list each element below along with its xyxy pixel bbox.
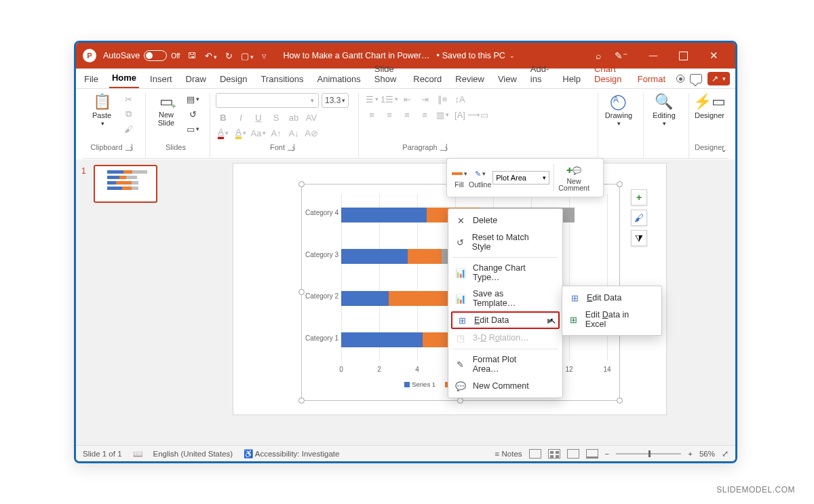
chart-filters-icon[interactable]: ⧩ (631, 230, 647, 246)
text-direction-icon[interactable]: ↕A (452, 93, 467, 105)
share-button[interactable]: ↗▾ (708, 72, 730, 85)
tab-slideshow[interactable]: Slide Show (372, 60, 403, 88)
menu-new-comment[interactable]: 💬New Comment (448, 377, 562, 395)
draw-mode-icon[interactable]: ✎⁻ (615, 50, 627, 61)
resize-handle[interactable] (617, 398, 623, 404)
line-spacing-icon[interactable]: ‖≡ (435, 93, 450, 105)
resize-handle[interactable] (457, 398, 463, 404)
accessibility-indicator[interactable]: ♿ Accessibility: Investigate (244, 449, 339, 459)
save-status[interactable]: •Saved to this PC⌄ (436, 51, 515, 60)
language-indicator[interactable]: English (United States) (153, 450, 233, 458)
spacing-icon[interactable]: AV (304, 111, 319, 123)
autosave-pill[interactable] (144, 50, 167, 61)
menu-format-plot-area[interactable]: ✎Format Plot Area… (448, 351, 562, 377)
tab-animations[interactable]: Animations (315, 71, 364, 88)
redo-icon[interactable]: ↻ (225, 51, 233, 61)
align-text-icon[interactable]: [A] (452, 109, 467, 121)
slide-indicator[interactable]: Slide 1 of 1 (83, 450, 122, 458)
tab-help[interactable]: Help (560, 71, 583, 88)
resize-handle[interactable] (298, 398, 305, 404)
menu-reset[interactable]: ↺Reset to Match Style (448, 229, 562, 255)
tab-insert[interactable]: Insert (147, 71, 175, 88)
shrink-font-icon[interactable]: A↓ (286, 127, 301, 139)
slide-canvas[interactable]: ▾ Fill ✎▾ Outline Plot Area▾ ✚💬 New Comm… (233, 163, 666, 414)
indent-dec-icon[interactable]: ⇤ (400, 93, 414, 105)
numbering-icon[interactable]: 1☰▾ (382, 93, 397, 105)
slideshow-view-icon[interactable] (586, 449, 598, 459)
normal-view-icon[interactable] (529, 449, 541, 459)
reset-slide-icon[interactable]: ↺ (185, 108, 200, 120)
italic-icon[interactable]: I (233, 111, 248, 123)
zoom-out-icon[interactable]: − (605, 450, 610, 458)
align-center-icon[interactable]: ≡ (382, 109, 397, 121)
maximize-button[interactable] (679, 52, 688, 60)
tab-view[interactable]: View (495, 71, 520, 88)
resize-handle[interactable] (617, 181, 623, 187)
menu-change-chart-type[interactable]: 📊Change Chart Type… (448, 260, 562, 286)
notes-button[interactable]: ≡ Notes (495, 450, 522, 458)
align-right-icon[interactable]: ≡ (400, 109, 414, 121)
font-size-field[interactable]: 13.3▾ (322, 93, 349, 108)
columns-icon[interactable]: ▥▾ (435, 109, 450, 121)
clear-format-icon[interactable]: A⊘ (304, 127, 319, 139)
smartart-icon[interactable]: ⟶▭ (470, 109, 485, 121)
tab-design[interactable]: Design (217, 71, 250, 88)
chart-element-selector[interactable]: Plot Area▾ (492, 171, 549, 185)
tab-file[interactable]: File (81, 71, 101, 88)
new-comment-button[interactable]: ✚💬 New Comment (558, 164, 589, 192)
thumbnail-pane[interactable]: 1 (76, 159, 164, 445)
tab-addins[interactable]: Add-ins (528, 60, 551, 88)
new-slide-button[interactable]: ▭＋ New Slide (151, 93, 181, 127)
close-button[interactable]: ✕ (701, 47, 726, 64)
strike-icon[interactable]: S (269, 111, 284, 123)
submenu-edit-data-excel[interactable]: ⊞Edit Data in Excel (562, 307, 661, 332)
chart-styles-icon[interactable]: 🖌 (631, 210, 647, 226)
slide-thumbnail-1[interactable] (94, 165, 157, 203)
paragraph-launcher[interactable] (440, 144, 447, 151)
tab-home[interactable]: Home (109, 69, 139, 88)
shadow-icon[interactable]: ab (286, 111, 301, 123)
sorter-view-icon[interactable] (548, 449, 560, 459)
drawing-button[interactable]: ◯A Drawing▾ (604, 93, 634, 127)
reading-view-icon[interactable] (567, 449, 579, 459)
bullets-icon[interactable]: ☰▾ (364, 93, 379, 105)
tab-draw[interactable]: Draw (183, 71, 209, 88)
align-left-icon[interactable]: ≡ (364, 109, 379, 121)
copy-icon[interactable]: ⧉ (121, 108, 136, 120)
section-icon[interactable]: ▭▾ (185, 123, 200, 135)
tab-format[interactable]: Format (635, 71, 668, 88)
bold-icon[interactable]: B (216, 111, 231, 123)
fill-button[interactable]: ▾ Fill (451, 167, 467, 189)
spellcheck-icon[interactable]: 📖 (133, 449, 142, 459)
tab-chart-design[interactable]: Chart Design (592, 60, 627, 88)
editing-button[interactable]: 🔍 Editing▾ (649, 93, 679, 127)
qat-overflow[interactable]: ▿ (262, 51, 267, 61)
comments-icon[interactable] (690, 74, 702, 83)
resize-handle[interactable] (298, 289, 305, 295)
clipboard-launcher[interactable] (125, 144, 132, 151)
slide-editor[interactable]: ▾ Fill ✎▾ Outline Plot Area▾ ✚💬 New Comm… (164, 159, 735, 445)
font-color-icon[interactable]: A▾ (216, 127, 231, 139)
justify-icon[interactable]: ≡ (417, 109, 432, 121)
collapse-ribbon-icon[interactable]: ⌄ (720, 144, 727, 154)
highlight-icon[interactable]: A▾ (233, 127, 248, 139)
undo-icon[interactable]: ↶▾ (205, 51, 217, 61)
chart-elements-icon[interactable]: + (631, 189, 647, 206)
menu-delete[interactable]: ✕Delete (448, 212, 562, 229)
font-name-field[interactable]: ▾ (216, 93, 319, 108)
zoom-in-icon[interactable]: + (688, 450, 693, 458)
present-icon[interactable]: ▢▾ (241, 51, 254, 61)
camera-icon[interactable] (676, 75, 684, 83)
tab-record[interactable]: Record (410, 71, 444, 88)
tab-review[interactable]: Review (452, 71, 487, 88)
change-case-icon[interactable]: Aa▾ (251, 127, 266, 139)
resize-handle[interactable] (298, 181, 305, 187)
font-launcher[interactable] (288, 144, 294, 151)
outline-button[interactable]: ✎▾ Outline (469, 167, 491, 189)
autosave-toggle[interactable]: AutoSave Off (103, 50, 180, 61)
save-icon[interactable]: 🖫 (188, 51, 197, 60)
tab-transitions[interactable]: Transitions (258, 71, 306, 88)
paste-button[interactable]: 📋 Paste ▾ (87, 93, 117, 127)
menu-edit-data[interactable]: ⊞ Edit Data ▶ ↖ (451, 311, 560, 329)
underline-icon[interactable]: U (251, 111, 266, 123)
